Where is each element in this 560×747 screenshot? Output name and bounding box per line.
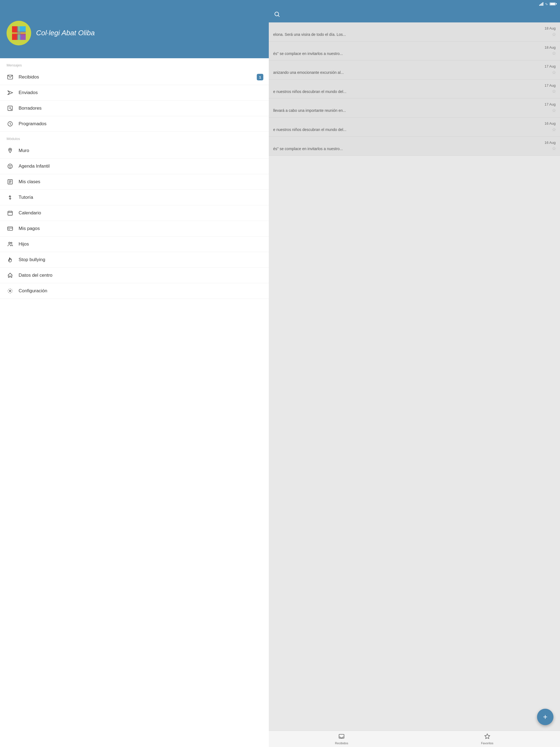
star-icon-5[interactable]: ☆ — [552, 127, 556, 133]
svg-point-30 — [9, 242, 10, 244]
message-date-4: 17 Aug — [273, 102, 556, 106]
sidebar-item-configuracion[interactable]: Configuración — [0, 283, 269, 299]
sidebar-item-agenda-infantil[interactable]: Agenda Infantil — [0, 159, 269, 174]
svg-marker-36 — [485, 733, 490, 738]
svg-rect-6 — [12, 31, 26, 35]
sidebar-item-stop-bullying[interactable]: Stop bullying — [0, 252, 269, 268]
recibidos-badge: 1 — [257, 74, 263, 80]
sidebar-item-enviados[interactable]: Enviados — [0, 85, 269, 101]
face-icon — [6, 163, 14, 170]
borradores-label: Borradores — [19, 106, 42, 111]
hijos-label: Hijos — [19, 241, 29, 247]
gear-icon — [6, 287, 14, 294]
bottom-tab-bar: Recibidos Favoritos — [269, 730, 560, 747]
arrows-updown-icon — [6, 194, 14, 201]
star-icon-4[interactable]: ☆ — [552, 107, 556, 113]
message-date-6: 16 Aug — [273, 140, 556, 145]
message-preview-6: és" se complace en invitarlos a nuestro.… — [273, 146, 556, 152]
edit-icon — [6, 105, 14, 112]
sidebar-item-hijos[interactable]: Hijos — [0, 236, 269, 252]
enviados-label: Enviados — [19, 90, 38, 96]
message-date-1: 18 Aug — [273, 45, 556, 50]
wifi-icon: ∿ — [545, 2, 548, 6]
svg-point-31 — [11, 242, 12, 243]
message-item-6[interactable]: 16 Aug és" se complace en invitarlos a n… — [269, 137, 560, 156]
message-date-5: 16 Aug — [273, 121, 556, 126]
message-item-4[interactable]: 17 Aug llevará a cabo una importante reu… — [269, 98, 560, 118]
mis-pagos-label: Mis pagos — [19, 226, 40, 231]
fab-button[interactable]: + — [537, 709, 554, 725]
envelope-icon — [6, 74, 14, 81]
configuracion-label: Configuración — [19, 288, 47, 294]
star-icon-1[interactable]: ☆ — [552, 50, 556, 56]
svg-marker-8 — [8, 91, 12, 95]
tab-favoritos-label: Favoritos — [481, 742, 493, 745]
status-bar: ∿ — [0, 0, 560, 8]
section-label-mensajes: Mensajes — [0, 58, 269, 70]
school-logo — [6, 21, 31, 45]
message-date-2: 17 Aug — [273, 64, 556, 68]
sidebar-item-borradores[interactable]: Borradores — [0, 101, 269, 116]
programados-label: Programados — [19, 121, 47, 127]
main-panel: 18 Aug elona. Será una visira de todo el… — [269, 8, 560, 747]
star-icon-2[interactable]: ☆ — [552, 70, 556, 75]
message-preview-2: anizando una emocionante excursión al... — [273, 70, 556, 75]
star-tab-icon — [484, 733, 490, 741]
sidebar-item-calendario[interactable]: Calendario — [0, 205, 269, 221]
star-icon-6[interactable]: ☆ — [552, 146, 556, 152]
sidebar-item-mis-pagos[interactable]: Mis pagos — [0, 221, 269, 236]
svg-point-33 — [275, 12, 279, 16]
send-icon — [6, 89, 14, 96]
message-item-3[interactable]: 17 Aug e nuestros niños descubran el mun… — [269, 80, 560, 99]
svg-point-17 — [11, 165, 11, 166]
svg-point-14 — [9, 149, 11, 150]
school-name: Col·legi Abat Oliba — [36, 28, 95, 38]
sidebar-item-recibidos[interactable]: Recibidos 1 — [0, 70, 269, 85]
star-icon-0[interactable]: ☆ — [552, 31, 556, 37]
sidebar-item-datos-del-centro[interactable]: Datos del centro — [0, 268, 269, 283]
people-icon — [6, 241, 14, 248]
message-preview-3: e nuestros niños descubran el mundo del.… — [273, 89, 556, 95]
message-preview-4: llevará a cabo una importante reunión en… — [273, 108, 556, 113]
sidebar-item-programados[interactable]: Programados — [0, 116, 269, 132]
battery-icon — [550, 2, 556, 5]
svg-point-16 — [9, 165, 9, 166]
muro-label: Muro — [19, 148, 29, 153]
signal-icon — [539, 2, 543, 6]
home-icon — [6, 272, 14, 279]
list-icon — [6, 178, 14, 185]
main-header — [269, 8, 560, 22]
sidebar-item-mis-clases[interactable]: Mis clases — [0, 174, 269, 190]
search-icon[interactable] — [274, 11, 280, 19]
inbox-icon — [338, 733, 345, 741]
agenda-infantil-label: Agenda Infantil — [19, 163, 50, 169]
message-date-3: 17 Aug — [273, 83, 556, 87]
tutoria-label: Tutoría — [19, 195, 33, 200]
sidebar: Col·legi Abat Oliba Mensajes Recibidos 1 — [0, 8, 269, 747]
message-item-1[interactable]: 18 Aug és" se complace en invitarlos a n… — [269, 42, 560, 61]
svg-line-34 — [278, 16, 280, 17]
calendar-icon — [6, 209, 14, 216]
tab-favoritos[interactable]: Favoritos — [414, 731, 560, 747]
calendario-label: Calendario — [19, 210, 41, 216]
sidebar-item-muro[interactable]: Muro — [0, 143, 269, 159]
recibidos-label: Recibidos — [19, 74, 39, 80]
tab-recibidos-label: Recibidos — [335, 742, 348, 745]
sidebar-item-tutoria[interactable]: Tutoría — [0, 190, 269, 205]
map-pin-icon — [6, 147, 14, 154]
sidebar-header: Col·legi Abat Oliba — [0, 8, 269, 58]
svg-point-32 — [9, 290, 11, 292]
clock-icon — [6, 120, 14, 127]
message-item-2[interactable]: 17 Aug anizando una emocionante excursió… — [269, 60, 560, 80]
hand-icon — [6, 256, 14, 263]
svg-point-15 — [8, 164, 12, 169]
message-item-0[interactable]: 18 Aug elona. Será una visira de todo el… — [269, 22, 560, 42]
mis-clases-label: Mis clases — [19, 179, 40, 185]
message-item-5[interactable]: 16 Aug e nuestros niños descubran el mun… — [269, 118, 560, 137]
tab-recibidos[interactable]: Recibidos — [269, 731, 414, 747]
message-preview-0: elona. Será una visira de todo el día. L… — [273, 32, 556, 37]
star-icon-3[interactable]: ☆ — [552, 88, 556, 94]
message-list: 18 Aug elona. Será una visira de todo el… — [269, 22, 560, 730]
svg-rect-23 — [8, 211, 12, 215]
section-label-modulos: Módulos — [0, 132, 269, 143]
